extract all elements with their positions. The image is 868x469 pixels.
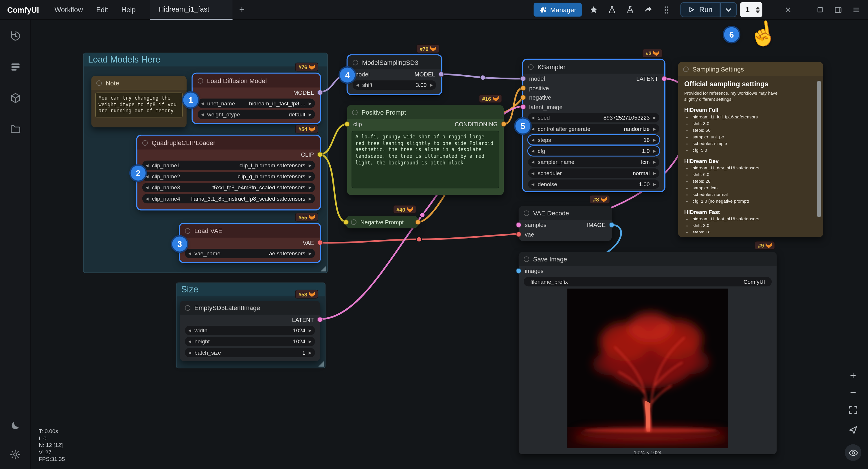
widget-width[interactable]: width 1024 [185, 326, 315, 335]
collapse-dot[interactable] [524, 256, 529, 262]
batch-count-stepper[interactable]: 1 [740, 2, 763, 18]
widget-sampler-name[interactable]: sampler_name lcm [528, 157, 659, 167]
output-pin-conditioning[interactable] [501, 121, 507, 127]
widget-cfg[interactable]: cfg 1.0 [528, 146, 659, 156]
widget-weight-dtype[interactable]: weight_dtype default [197, 110, 315, 119]
maximize-button[interactable] [813, 3, 827, 17]
collapse-dot[interactable] [142, 140, 148, 145]
reroute-dot-vae[interactable] [416, 237, 422, 242]
output-pin-conditioning[interactable] [415, 219, 421, 225]
input-pin-vae[interactable] [516, 232, 521, 237]
collapse-dot[interactable] [96, 80, 102, 85]
node-titlebar[interactable]: Save Image [519, 252, 777, 266]
node-titlebar[interactable]: KSampler [523, 60, 664, 74]
node-model-sampling-sd3[interactable]: #70 ModelSamplingSD3 model MODEL shift 3… [348, 55, 441, 94]
prompt-textarea[interactable]: A lo-fi, grungy wide shot of a ragged la… [351, 131, 499, 188]
new-workflow-button[interactable]: + [232, 4, 251, 15]
generated-image[interactable] [567, 289, 728, 448]
input-pin-clip[interactable] [344, 121, 350, 127]
node-titlebar[interactable]: EmptySD3LatentImage [180, 301, 320, 315]
widget-batch-size[interactable]: batch_size 1 [185, 348, 315, 357]
pan-mode-button[interactable] [847, 424, 859, 438]
input-pin-negative[interactable] [521, 95, 526, 100]
close-button[interactable] [781, 3, 795, 17]
favorites-button[interactable] [587, 3, 600, 17]
node-load-diffusion-model[interactable]: #76 Load Diffusion Model MODEL unet_name… [193, 74, 320, 123]
widget-clip-name2[interactable]: clip_name2 clip_g_hidream.safetensors [142, 172, 315, 181]
menu-help[interactable]: Help [115, 6, 142, 13]
zoom-in-button[interactable]: + [850, 370, 856, 380]
widget-clip-name1[interactable]: clip_name1 clip_l_hidream.safetensors [142, 161, 315, 170]
run-options-button[interactable] [720, 2, 737, 18]
beta-features-button[interactable] [623, 3, 637, 17]
collapse-dot[interactable] [683, 66, 689, 72]
widget-filename-prefix[interactable]: filename_prefix ComfyUI [524, 277, 772, 287]
menu-edit[interactable]: Edit [89, 6, 115, 13]
widget-seed[interactable]: seed 893725271053223 [528, 113, 659, 122]
node-ksampler[interactable]: #3 KSampler model LATENT positive negati… [523, 60, 664, 191]
widget-clip-name4[interactable]: clip_name4 llama_3.1_8b_instruct_fp8_sca… [142, 194, 315, 204]
node-titlebar[interactable]: Sampling Settings [678, 62, 823, 76]
output-pin-model[interactable] [438, 71, 444, 77]
node-titlebar[interactable]: Load Diffusion Model [193, 74, 320, 87]
input-pin-positive[interactable] [521, 85, 526, 91]
main-menu-button[interactable] [850, 3, 863, 17]
experimental-button[interactable] [605, 3, 619, 17]
node-titlebar[interactable]: Note [91, 76, 187, 90]
sidebar-model-library-button[interactable] [8, 91, 23, 106]
node-titlebar[interactable]: VAE Decode [519, 206, 612, 220]
node-vae-decode[interactable]: #8 VAE Decode samples IMAGE vae [519, 206, 612, 241]
node-save-image[interactable]: #9 Save Image images filename_prefix Com… [519, 252, 777, 454]
node-sampling-settings[interactable]: Sampling Settings Official sampling sett… [678, 62, 823, 237]
widget-height[interactable]: height 1024 [185, 337, 315, 346]
input-pin-clip[interactable] [343, 219, 349, 225]
note-scrollbar[interactable] [817, 81, 821, 217]
zoom-out-button[interactable]: − [850, 387, 856, 398]
reroute-dot-latent[interactable] [420, 212, 425, 217]
collapse-dot[interactable] [353, 60, 358, 65]
output-pin-latent[interactable] [661, 76, 667, 81]
output-pin-latent[interactable] [317, 317, 322, 322]
collapse-dot[interactable] [197, 78, 203, 83]
settings-button[interactable] [8, 447, 23, 462]
sidebar-history-button[interactable] [8, 29, 23, 43]
node-load-vae[interactable]: #55 Load VAE VAE vae_name ae.safetensors [180, 224, 320, 262]
output-pin-image[interactable] [609, 222, 615, 228]
reroute-dot-model[interactable] [480, 75, 485, 80]
input-pin-model[interactable] [521, 76, 526, 81]
share-button[interactable] [642, 3, 655, 17]
output-pin-model[interactable] [317, 90, 322, 95]
run-button[interactable]: Run [681, 2, 720, 18]
node-titlebar[interactable]: QuadrupleCLIPLoader [137, 136, 320, 150]
widget-unet-name[interactable]: unet_name hidream_i1_fast_fp8.... [197, 99, 315, 108]
manager-button[interactable]: Manager [533, 3, 582, 17]
sidebar-workflows-button[interactable] [8, 122, 23, 136]
node-quadruple-clip-loader[interactable]: #54 QuadrupleCLIPLoader CLIP clip_name1 … [137, 136, 320, 209]
collapse-dot[interactable] [352, 110, 358, 115]
collapse-dot[interactable] [524, 210, 529, 216]
node-empty-sd3-latent-image[interactable]: #53 EmptySD3LatentImage LATENT width 102… [180, 301, 320, 361]
app-logo[interactable]: ComfyUI [0, 5, 48, 14]
widget-vae-name[interactable]: vae_name ae.safetensors [185, 249, 315, 258]
node-note[interactable]: Note You can try changing the weight_dty… [91, 76, 187, 127]
widget-control-after-generate[interactable]: control after generate randomize [528, 124, 659, 134]
toggle-visibility-button[interactable] [845, 444, 861, 461]
collapse-dot[interactable] [185, 305, 190, 310]
menu-workflow[interactable]: Workflow [48, 6, 90, 13]
widget-denoise[interactable]: denoise 1.00 [528, 179, 659, 189]
node-titlebar[interactable]: Positive Prompt [347, 106, 504, 119]
workflow-tab[interactable]: Hidream_i1_fast [150, 0, 232, 20]
toolbar-drag-handle[interactable] [660, 3, 673, 17]
node-titlebar[interactable]: Negative Prompt [346, 216, 418, 228]
widget-shift[interactable]: shift 3.00 [353, 80, 436, 90]
collapse-dot[interactable] [528, 64, 533, 69]
input-pin-latent-image[interactable] [521, 104, 526, 110]
node-titlebar[interactable]: ModelSamplingSD3 [348, 55, 441, 69]
output-pin-clip[interactable] [317, 152, 322, 157]
theme-toggle-button[interactable] [8, 418, 23, 433]
input-pin-images[interactable] [516, 268, 521, 273]
widget-scheduler[interactable]: scheduler normal [528, 169, 659, 178]
widget-clip-name3[interactable]: clip_name3 t5xxl_fp8_e4m3fn_scaled.safet… [142, 183, 315, 192]
node-negative-prompt[interactable]: #40 Negative Prompt [346, 216, 418, 228]
input-pin-samples[interactable] [516, 222, 521, 228]
